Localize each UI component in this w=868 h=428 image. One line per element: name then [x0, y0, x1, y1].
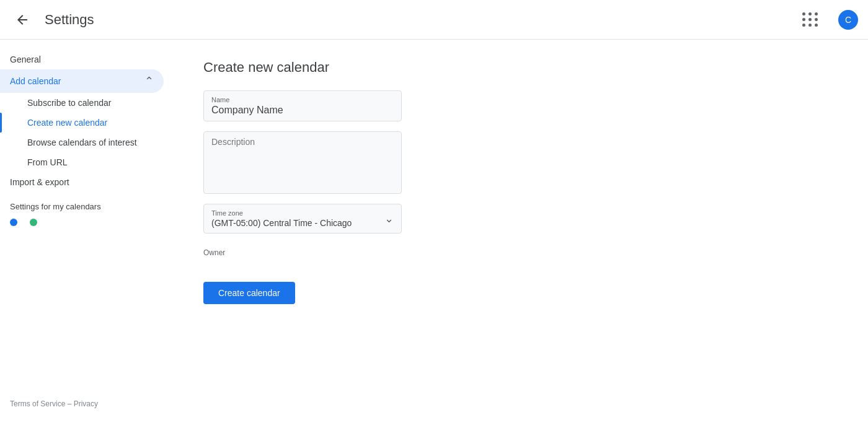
sidebar-item-browse[interactable]: Browse calendars of interest: [0, 133, 164, 152]
section-title: Create new calendar: [203, 59, 838, 76]
sidebar-item-from-url[interactable]: From URL: [0, 152, 164, 172]
back-button[interactable]: [10, 7, 35, 32]
import-export-label: Import & export: [10, 177, 69, 187]
calendar-dot-green[interactable]: [30, 219, 37, 226]
timezone-value: (GMT-05:00) Central Time - Chicago: [211, 218, 394, 228]
avatar[interactable]: C: [838, 10, 858, 30]
sidebar-item-general[interactable]: General: [0, 50, 164, 69]
chevron-up-icon: ⌃: [144, 74, 154, 88]
header: Settings C: [0, 0, 868, 40]
general-label: General: [10, 55, 41, 64]
main-content: Create new calendar Name Time zone (GMT-…: [174, 40, 868, 428]
owner-field-group: Owner: [203, 243, 838, 262]
terms-of-service-link[interactable]: Terms of Service: [10, 400, 65, 408]
owner-field: Owner: [203, 243, 402, 262]
header-actions: C: [792, 2, 858, 37]
grid-menu[interactable]: [797, 7, 823, 32]
grid-dot: [815, 24, 818, 27]
timezone-label: Time zone: [211, 209, 394, 217]
grid-dot: [815, 12, 818, 15]
chevron-down-icon: ⌄: [384, 212, 394, 225]
layout: General Add calendar ⌃ Subscribe to cale…: [0, 40, 868, 428]
sidebar-top: General Add calendar ⌃ Subscribe to cale…: [0, 50, 174, 390]
name-field[interactable]: Name: [203, 90, 402, 121]
subscribe-label: Subscribe to calendar: [27, 98, 111, 108]
grid-dot: [808, 18, 812, 21]
name-label: Name: [211, 96, 394, 103]
add-calendar-label: Add calendar: [10, 76, 61, 86]
calendar-dot-blue[interactable]: [10, 219, 17, 226]
grid-dot: [815, 18, 818, 21]
sidebar-item-import-export[interactable]: Import & export: [0, 172, 164, 192]
sidebar-item-subscribe[interactable]: Subscribe to calendar: [0, 93, 164, 113]
browse-label: Browse calendars of interest: [27, 138, 137, 147]
grid-dot: [802, 18, 805, 21]
grid-dot: [802, 24, 805, 27]
owner-label: Owner: [203, 248, 225, 257]
footer-separator: –: [65, 400, 73, 408]
settings-my-calendars-label: Settings for my calendars: [0, 197, 174, 216]
timezone-field-group: Time zone (GMT-05:00) Central Time - Chi…: [203, 204, 838, 234]
grid-dot: [808, 12, 812, 15]
sidebar-item-add-calendar[interactable]: Add calendar ⌃: [0, 69, 164, 93]
grid-dot: [808, 24, 812, 27]
name-field-group: Name: [203, 90, 838, 121]
name-input[interactable]: [211, 105, 394, 116]
sidebar: General Add calendar ⌃ Subscribe to cale…: [0, 40, 174, 428]
grid-dot: [802, 12, 805, 15]
timezone-field[interactable]: Time zone (GMT-05:00) Central Time - Chi…: [203, 204, 402, 234]
sidebar-footer: Terms of Service – Privacy: [0, 390, 174, 418]
privacy-link[interactable]: Privacy: [74, 400, 98, 408]
description-field-group: [203, 131, 838, 194]
page-title: Settings: [45, 12, 94, 28]
sidebar-item-create-new[interactable]: Create new calendar: [0, 113, 164, 133]
create-new-label: Create new calendar: [27, 118, 107, 128]
from-url-label: From URL: [27, 157, 68, 167]
apps-icon[interactable]: [792, 2, 828, 37]
description-textarea[interactable]: [211, 137, 394, 186]
create-calendar-button[interactable]: Create calendar: [203, 282, 295, 304]
description-field[interactable]: [203, 131, 402, 194]
